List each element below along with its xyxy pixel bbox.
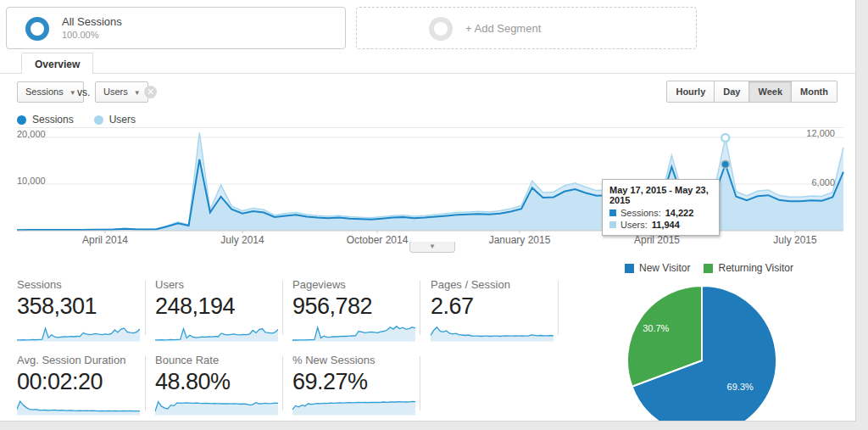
tooltip-label: Sessions: xyxy=(620,208,661,218)
add-segment-label: + Add Segment xyxy=(465,22,541,35)
left-axis-tick: 10,000 xyxy=(17,176,46,186)
segment-percent: 100.00% xyxy=(62,30,98,40)
users-dot-icon xyxy=(94,115,103,125)
metric-label: Bounce Rate xyxy=(155,354,282,366)
tooltip-label: Users: xyxy=(620,220,648,230)
metric-value: 2.67 xyxy=(431,293,558,320)
remove-comparison-icon[interactable]: ✕ xyxy=(144,86,157,98)
metric-card-percent-new-sessions[interactable]: % New Sessions 69.27% xyxy=(292,354,420,419)
pages-per-session-sparkline xyxy=(431,320,554,342)
granularity-day-button[interactable]: Day xyxy=(715,81,749,103)
metric-card-pages-per-session[interactable]: Pages / Session 2.67 xyxy=(431,278,558,345)
chart-legend: Sessions Users xyxy=(17,114,136,126)
collapse-chart-button[interactable]: ▼ xyxy=(409,242,455,253)
ga-audience-overview: All Sessions 100.00% + Add Segment Overv… xyxy=(0,0,868,430)
granularity-week-button[interactable]: Week xyxy=(749,81,792,103)
metric-label: Users xyxy=(155,278,282,291)
granularity-button-group: Hourly Day Week Month xyxy=(666,81,837,103)
svg-text:69.3%: 69.3% xyxy=(727,382,754,392)
metric-label: Pages / Session xyxy=(431,278,558,291)
metric-value: 358,301 xyxy=(17,293,144,320)
metric-value: 48.80% xyxy=(155,369,282,395)
card-divider xyxy=(420,356,420,410)
card-divider xyxy=(282,281,283,335)
tab-divider xyxy=(0,73,856,74)
svg-text:30.7%: 30.7% xyxy=(643,323,669,333)
tab-overview[interactable]: Overview xyxy=(21,53,93,74)
tooltip-value: 11,944 xyxy=(652,220,680,230)
chart-tooltip: May 17, 2015 - May 23, 2015 Sessions: 14… xyxy=(602,179,720,236)
metric-value: 69.27% xyxy=(292,369,420,395)
metric-b-dropdown[interactable]: Users▼ xyxy=(95,81,148,103)
sessions-dot-icon xyxy=(17,115,26,125)
metric-label: Sessions xyxy=(17,278,144,291)
x-axis-tick: April 2014 xyxy=(82,234,128,246)
tooltip-row-users: Users: 11,944 xyxy=(609,220,712,230)
segment-all-sessions[interactable]: All Sessions 100.00% xyxy=(6,7,346,49)
card-divider xyxy=(420,281,420,335)
duration-sparkline xyxy=(17,395,140,416)
metric-value: 00:02:20 xyxy=(17,369,144,395)
granularity-hourly-button[interactable]: Hourly xyxy=(666,81,715,103)
x-axis-tick: January 2015 xyxy=(489,234,551,246)
segment-title: All Sessions xyxy=(62,15,122,28)
new-sessions-sparkline xyxy=(292,395,415,416)
card-divider xyxy=(145,281,146,335)
legend-item-users[interactable]: Users xyxy=(94,114,136,126)
metric-a-dropdown[interactable]: Sessions▼ xyxy=(17,81,84,103)
right-axis-tick: 12,000 xyxy=(784,128,835,138)
granularity-month-button[interactable]: Month xyxy=(792,81,837,103)
new-visitor-square-icon xyxy=(625,264,634,273)
add-segment-donut-icon xyxy=(429,17,453,41)
pie-legend-label: New Visitor xyxy=(639,262,690,274)
x-axis-tick: October 2014 xyxy=(347,234,409,246)
metric-card-bounce-rate[interactable]: Bounce Rate 48.80% xyxy=(155,354,282,419)
x-axis-tick: July 2014 xyxy=(220,234,264,246)
metric-label: % New Sessions xyxy=(292,354,420,366)
legend-label: Users xyxy=(109,114,136,126)
report-card: All Sessions 100.00% + Add Segment Overv… xyxy=(0,0,856,422)
bounce-rate-sparkline xyxy=(155,395,278,416)
tooltip-row-sessions: Sessions: 14,222 xyxy=(609,208,712,218)
metric-label: Pageviews xyxy=(292,278,420,291)
left-axis-tick: 20,000 xyxy=(17,129,46,139)
pie-legend-new-visitor: New Visitor xyxy=(625,262,690,274)
card-divider xyxy=(558,281,559,335)
card-divider xyxy=(145,356,146,410)
legend-label: Sessions xyxy=(32,114,74,126)
right-axis-tick: 6,000 xyxy=(784,177,835,187)
pie-legend-returning-visitor: Returning Visitor xyxy=(704,262,793,274)
card-divider xyxy=(282,356,283,410)
sessions-square-icon xyxy=(609,209,616,216)
x-axis-tick: April 2015 xyxy=(634,234,680,246)
pie-legend-label: Returning Visitor xyxy=(718,262,793,274)
metric-card-sessions[interactable]: Sessions 358,301 xyxy=(17,278,144,345)
sessions-users-area-chart[interactable] xyxy=(0,127,852,233)
chevron-down-icon: ▼ xyxy=(134,89,141,97)
legend-item-sessions[interactable]: Sessions xyxy=(17,114,74,126)
x-axis-tick: July 2015 xyxy=(773,234,816,246)
sessions-sparkline xyxy=(17,320,140,342)
pie-legend: New Visitor Returning Visitor xyxy=(625,262,793,274)
tooltip-value: 14,222 xyxy=(665,208,694,218)
vs-label: vs. xyxy=(77,87,90,98)
metric-b-label: Users xyxy=(103,87,128,97)
visitor-type-pie-chart[interactable]: 69.3%30.7% xyxy=(617,276,787,422)
tooltip-date-range: May 17, 2015 - May 23, 2015 xyxy=(609,185,712,205)
metric-card-avg-session-duration[interactable]: Avg. Session Duration 00:02:20 xyxy=(17,354,144,419)
metric-value: 956,782 xyxy=(292,293,420,320)
segment-donut-icon xyxy=(25,17,49,41)
metric-card-users[interactable]: Users 248,194 xyxy=(155,278,282,345)
metric-label: Avg. Session Duration xyxy=(17,354,144,366)
metric-card-pageviews[interactable]: Pageviews 956,782 xyxy=(292,278,420,345)
users-square-icon xyxy=(609,221,616,228)
users-sparkline xyxy=(155,320,278,342)
pageviews-sparkline xyxy=(292,320,415,342)
chevron-down-icon: ▼ xyxy=(70,89,76,97)
returning-visitor-square-icon xyxy=(704,264,713,273)
metric-value: 248,194 xyxy=(155,293,282,320)
add-segment-button[interactable]: + Add Segment xyxy=(356,7,697,49)
metric-a-label: Sessions xyxy=(25,87,64,97)
